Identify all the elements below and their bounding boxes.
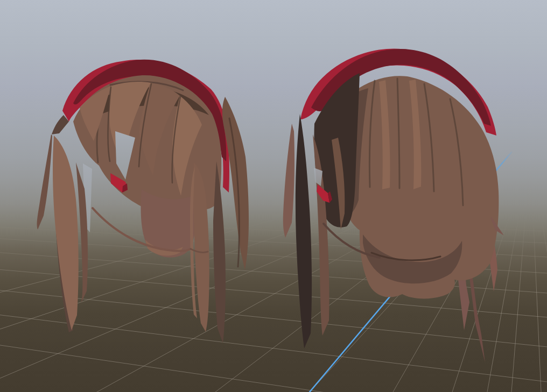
left-lock-mauve	[283, 124, 294, 238]
hair-right-group[interactable]	[283, 49, 504, 362]
hair-model-right[interactable]	[0, 0, 547, 392]
left-lock-darkest	[296, 114, 312, 348]
3d-viewport[interactable]	[0, 0, 547, 392]
